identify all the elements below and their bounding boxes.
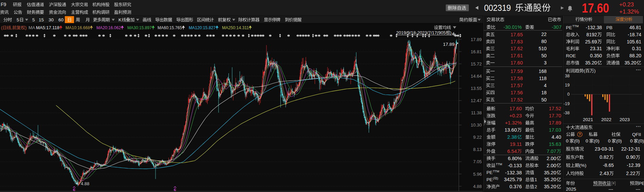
svg-text:TTM: TTM — [496, 162, 502, 166]
svg-text:17.56: 17.56 — [511, 90, 523, 95]
svg-text:17.52: 17.52 — [549, 106, 561, 111]
svg-text:88.20: 88.20 — [629, 53, 641, 58]
svg-text:2.22: 2.22 — [626, 171, 635, 176]
svg-text:22-12-31: 22-12-31 — [621, 146, 640, 152]
svg-text:50: 50 — [541, 53, 547, 58]
svg-text:17.60: 17.60 — [582, 1, 609, 15]
svg-text:TTM: TTM — [493, 170, 499, 173]
svg-text:9.22: 9.22 — [473, 135, 482, 140]
svg-text:17.52: 17.52 — [511, 97, 523, 102]
svg-text:MA60:15.765: MA60:15.765 — [158, 25, 182, 30]
svg-text:0: 0 — [608, 138, 611, 143]
svg-text:-8.65: -8.65 — [603, 162, 614, 168]
svg-text:13.55: 13.55 — [471, 86, 482, 91]
svg-text:QFII: QFII — [632, 132, 641, 137]
svg-text:002319: 002319 — [484, 3, 511, 13]
svg-text:17.60: 17.60 — [510, 106, 522, 111]
svg-text:2.43: 2.43 — [600, 171, 609, 176]
svg-text:35.20: 35.20 — [624, 60, 636, 65]
svg-text:13.60: 13.60 — [504, 127, 517, 133]
svg-text:ROE: ROE — [566, 53, 576, 58]
svg-text:-0.133: -0.133 — [508, 163, 522, 168]
svg-text:0: 0 — [566, 138, 569, 143]
svg-text:+0.23: +0.23 — [619, 1, 634, 8]
svg-text:0.90: 0.90 — [626, 154, 635, 160]
svg-text:17.59: 17.59 — [511, 69, 523, 74]
svg-text:17.60: 17.60 — [511, 60, 523, 65]
svg-text:14.64: 14.64 — [471, 74, 482, 79]
svg-text:38: 38 — [565, 74, 570, 78]
svg-text:(: ( — [493, 177, 494, 180]
svg-text:8192: 8192 — [586, 32, 597, 37]
svg-text:17.62: 17.62 — [511, 46, 523, 51]
svg-text:11.38: 11.38 — [471, 110, 482, 115]
svg-text:17.61: 17.61 — [511, 53, 523, 58]
svg-text:15.63: 15.63 — [549, 141, 561, 147]
svg-text:35.20: 35.20 — [585, 60, 597, 65]
svg-text:-12.39: -12.39 — [627, 162, 640, 168]
svg-text:35.20: 35.20 — [544, 170, 556, 175]
svg-text:12.47: 12.47 — [471, 98, 482, 103]
svg-text:0.82: 0.82 — [600, 154, 609, 160]
svg-text:(: ( — [584, 68, 585, 73]
svg-text:0.376: 0.376 — [510, 184, 522, 189]
svg-text:K: K — [118, 17, 122, 22]
svg-text:): ) — [594, 68, 595, 73]
svg-text:22: 22 — [541, 32, 547, 37]
svg-text:17.65: 17.65 — [511, 32, 523, 37]
svg-text:17.89: 17.89 — [549, 120, 561, 126]
svg-text:PE: PE — [566, 25, 572, 30]
svg-text:2022: 2022 — [601, 117, 611, 122]
svg-text:35.20: 35.20 — [544, 184, 556, 189]
svg-text:5: 5 — [17, 17, 19, 22]
svg-text:5: 5 — [32, 17, 35, 22]
svg-text:): ) — [497, 177, 498, 180]
svg-text:4.88: 4.88 — [81, 181, 89, 186]
svg-text:6.54: 6.54 — [507, 149, 517, 154]
svg-text:19.11: 19.11 — [510, 141, 522, 147]
svg-text:2019/9/18-2023/7/17(905: 2019/9/18-2023/7/17(905 — [396, 30, 446, 35]
svg-text:-307: -307 — [552, 24, 562, 30]
svg-text:23-03-31: 23-03-31 — [595, 146, 614, 152]
svg-text:PE: PE — [486, 177, 493, 182]
svg-text:PE: PE — [486, 170, 493, 175]
svg-text:30: 30 — [49, 17, 54, 22]
svg-text:(%): (%) — [579, 163, 586, 168]
svg-text:-18.74: -18.74 — [628, 32, 641, 37]
svg-text:-132.38: -132.38 — [505, 170, 522, 175]
svg-text:17.03: 17.03 — [549, 127, 561, 133]
svg-text:···: ··· — [636, 123, 641, 129]
svg-text:25.69: 25.69 — [585, 39, 597, 44]
svg-text:17.58: 17.58 — [511, 76, 523, 81]
svg-text:-38: -38 — [564, 111, 570, 115]
svg-text:): ) — [25, 25, 26, 30]
svg-text:MA: MA — [29, 25, 35, 30]
svg-text:MA30:15.897: MA30:15.897 — [127, 25, 152, 30]
svg-text:5.96: 5.96 — [473, 172, 482, 177]
svg-text:60: 60 — [58, 17, 63, 22]
svg-text:17.70: 17.70 — [549, 113, 561, 118]
svg-text:0: 0 — [630, 138, 633, 143]
svg-text:[¥]: [¥] — [611, 181, 615, 186]
svg-text:80: 80 — [541, 39, 547, 44]
svg-text:2.00: 2.00 — [547, 156, 556, 161]
svg-text:510: 510 — [539, 46, 547, 51]
svg-text:-30.01%: -30.01% — [503, 24, 522, 30]
svg-text:+1.32%: +1.32% — [619, 8, 639, 15]
svg-text:(0): (0) — [616, 138, 622, 143]
svg-text:0: 0 — [586, 138, 588, 143]
svg-text:2025: 2025 — [566, 187, 576, 192]
svg-text:2021: 2021 — [583, 117, 593, 122]
svg-text:2.38: 2.38 — [507, 134, 517, 140]
svg-text:?: ? — [579, 132, 581, 136]
svg-text:,: , — [11, 25, 13, 30]
svg-text:46.81: 46.81 — [629, 25, 641, 30]
svg-text:---: --- — [609, 187, 613, 192]
svg-text:6.80%: 6.80% — [508, 156, 522, 161]
svg-text:35.20: 35.20 — [544, 177, 556, 182]
svg-text:18: 18 — [541, 90, 547, 95]
svg-text:2: 2 — [535, 184, 537, 189]
svg-text:118: 118 — [539, 76, 547, 81]
svg-text:4.88: 4.88 — [473, 184, 482, 189]
svg-text:1: 1 — [535, 177, 537, 182]
